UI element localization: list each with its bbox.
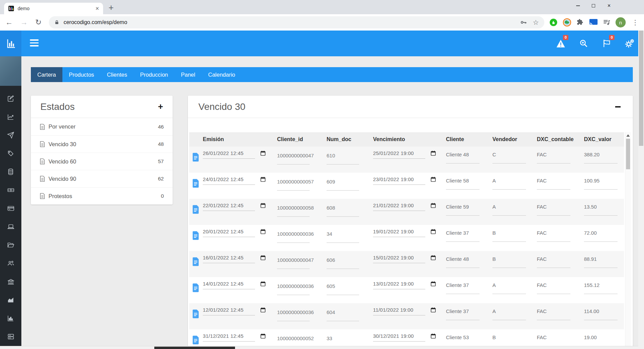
- document-icon[interactable]: [192, 231, 199, 240]
- dxc-valor-input[interactable]: 72.00: [584, 230, 597, 236]
- cliente-id-input[interactable]: 1000000000036: [277, 231, 314, 237]
- dxc-valor-input[interactable]: 114.00: [584, 308, 599, 314]
- column-header[interactable]: DXC_contable: [537, 136, 584, 142]
- vendedor-input[interactable]: B: [492, 256, 496, 262]
- cliente-input[interactable]: Cliente 58: [446, 178, 469, 183]
- dxc-valor-input[interactable]: 13.50: [584, 204, 597, 210]
- sidebar-tag-icon[interactable]: [7, 150, 14, 157]
- sidebar-bank-icon[interactable]: [7, 278, 15, 285]
- url-text[interactable]: cerocodigo.com/esp/demo: [63, 19, 127, 25]
- estados-list-item[interactable]: Vencido 30 48: [31, 135, 173, 153]
- address-bar[interactable]: cerocodigo.com/esp/demo ☆: [49, 16, 544, 28]
- column-header[interactable]: Vencimiento: [373, 136, 446, 142]
- browser-tab[interactable]: demo ×: [4, 3, 103, 14]
- emision-date-input[interactable]: 22/01/2022 12:45: [203, 202, 268, 211]
- calendar-icon[interactable]: [260, 255, 266, 261]
- sidebar-edit-icon[interactable]: [7, 95, 14, 102]
- sidebar-money-icon[interactable]: [7, 187, 15, 194]
- bookmark-star-icon[interactable]: ☆: [533, 18, 539, 26]
- calendar-icon[interactable]: [430, 202, 436, 209]
- scroll-up-arrow-icon[interactable]: [626, 134, 630, 137]
- vendedor-input[interactable]: B: [492, 230, 496, 236]
- num-doc-input[interactable]: 33: [327, 335, 332, 341]
- emision-date-input[interactable]: 26/01/2022 12:45: [203, 150, 268, 159]
- emision-date-input[interactable]: 14/01/2022 12:45: [203, 281, 268, 289]
- dxc-contable-input[interactable]: FAC: [537, 178, 547, 183]
- table-scrollbar-thumb[interactable]: [626, 139, 630, 169]
- calendar-icon[interactable]: [260, 176, 266, 182]
- document-icon[interactable]: [192, 309, 199, 318]
- num-doc-input[interactable]: 608: [327, 205, 335, 211]
- num-doc-input[interactable]: 604: [327, 309, 335, 315]
- new-tab-button[interactable]: +: [109, 2, 114, 13]
- vencimiento-date-input[interactable]: 23/01/2022 19:00: [373, 176, 438, 185]
- column-header[interactable]: Cliente: [446, 136, 492, 142]
- vencimiento-date-input[interactable]: 15/01/2022 19:00: [373, 255, 438, 263]
- dxc-valor-input[interactable]: 155.12: [584, 282, 600, 288]
- sidebar-server-icon[interactable]: [7, 333, 15, 340]
- calendar-icon[interactable]: [430, 307, 436, 313]
- flags-button[interactable]: 0: [602, 39, 611, 48]
- column-header[interactable]: DXC_valor: [584, 136, 624, 142]
- cliente-id-input[interactable]: 1000000000036: [277, 283, 314, 289]
- vendedor-input[interactable]: A: [492, 282, 496, 288]
- cliente-id-input[interactable]: 1000000000047: [277, 153, 314, 158]
- back-button[interactable]: ←: [5, 18, 13, 27]
- sidebar-database-icon[interactable]: [7, 168, 14, 175]
- column-header[interactable]: Vendedor: [492, 136, 537, 142]
- app-tab[interactable]: Panel: [175, 67, 202, 82]
- num-doc-input[interactable]: 606: [327, 257, 335, 263]
- calendar-icon[interactable]: [260, 333, 266, 339]
- vendedor-input[interactable]: A: [492, 178, 496, 183]
- calendar-icon[interactable]: [430, 281, 436, 287]
- window-close-button[interactable]: ×: [601, 0, 617, 12]
- sidebar-bar-chart-icon[interactable]: [7, 315, 14, 322]
- cliente-input[interactable]: Cliente 48: [446, 152, 469, 157]
- cliente-input[interactable]: Cliente 37: [446, 308, 469, 314]
- num-doc-input[interactable]: 610: [327, 153, 335, 158]
- calendar-icon[interactable]: [260, 307, 266, 313]
- profile-avatar[interactable]: n: [616, 17, 626, 27]
- estados-list-item[interactable]: Protestos 0: [31, 187, 173, 205]
- num-doc-input[interactable]: 605: [327, 283, 335, 289]
- vencimiento-date-input[interactable]: 19/01/2022 19:00: [373, 229, 438, 237]
- sidebar-folder-open-icon[interactable]: [7, 241, 15, 249]
- cliente-input[interactable]: Cliente 37: [446, 230, 469, 236]
- extensions-puzzle-icon[interactable]: [576, 18, 584, 26]
- calendar-icon[interactable]: [260, 150, 266, 156]
- dxc-contable-input[interactable]: FAC: [537, 204, 547, 210]
- document-icon[interactable]: [192, 205, 199, 214]
- emision-date-input[interactable]: 31/12/2021 12:45: [203, 333, 268, 342]
- estados-add-button[interactable]: +: [158, 101, 163, 112]
- sidebar-send-icon[interactable]: [7, 132, 14, 139]
- playlist-extension-icon[interactable]: [603, 18, 611, 26]
- cliente-input[interactable]: Cliente 37: [446, 282, 469, 288]
- cliente-id-input[interactable]: 1000000000058: [277, 205, 314, 211]
- dxc-valor-input[interactable]: 388.20: [584, 152, 600, 157]
- document-icon[interactable]: [192, 257, 199, 266]
- app-tab[interactable]: Cartera: [31, 67, 62, 82]
- alerts-button[interactable]: 0: [556, 39, 565, 48]
- sidebar-area-chart-icon[interactable]: [7, 296, 14, 304]
- app-tab[interactable]: Productos: [62, 67, 100, 82]
- emision-date-input[interactable]: 20/01/2022 12:45: [203, 229, 268, 237]
- vencimiento-date-input[interactable]: 13/01/2022 19:00: [373, 281, 438, 289]
- password-key-icon[interactable]: [520, 19, 527, 26]
- sidebar-laptop-icon[interactable]: [7, 223, 15, 230]
- cliente-id-input[interactable]: 1000000000047: [277, 257, 314, 263]
- emision-date-input[interactable]: 12/01/2022 12:45: [203, 307, 268, 315]
- vencimiento-date-input[interactable]: 11/01/2022 19:00: [373, 307, 438, 315]
- dxc-valor-input[interactable]: 19.00: [584, 334, 597, 340]
- settings-button[interactable]: [625, 39, 635, 48]
- calendar-icon[interactable]: [430, 176, 436, 182]
- vendedor-input[interactable]: C: [492, 152, 496, 157]
- page-vertical-scrollbar[interactable]: [638, 31, 644, 349]
- vendedor-input[interactable]: B: [492, 334, 496, 340]
- emision-date-input[interactable]: 24/01/2022 12:45: [203, 176, 268, 185]
- sidebar-profile-image[interactable]: [0, 56, 21, 86]
- estados-list-item[interactable]: Por vencer 46: [31, 118, 173, 135]
- vendedor-input[interactable]: A: [492, 308, 496, 314]
- dxc-contable-input[interactable]: FAC: [537, 230, 547, 236]
- tab-close-icon[interactable]: ×: [95, 5, 99, 12]
- sidebar-users-icon[interactable]: [7, 260, 15, 267]
